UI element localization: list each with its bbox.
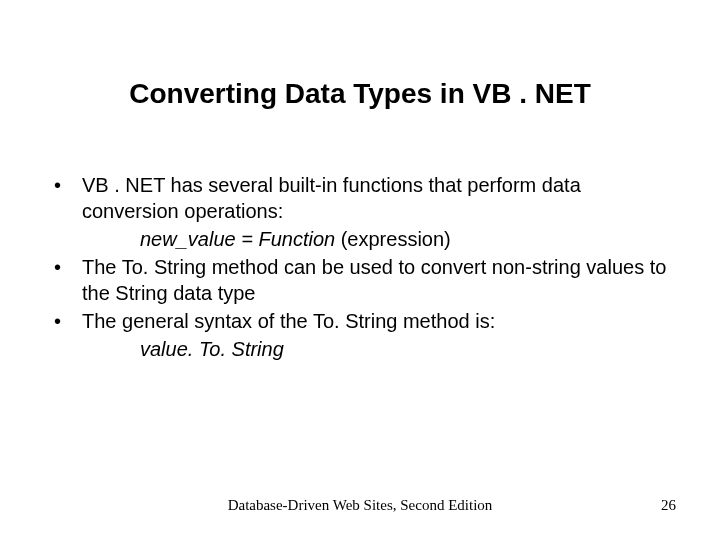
bullet-item: • VB . NET has several built-in function… [50,172,670,224]
slide-content: • VB . NET has several built-in function… [50,172,670,364]
bullet-subline: new_value = Function (expression) [140,226,670,252]
sub-italic-prefix: new_value = Function [140,228,341,250]
bullet-glyph: • [50,308,82,334]
sub-paren: (expression) [341,228,451,250]
sub-italic: value. To. String [140,338,284,360]
bullet-text: The general syntax of the To. String met… [82,308,670,334]
bullet-text: VB . NET has several built-in functions … [82,172,670,224]
slide-title: Converting Data Types in VB . NET [0,78,720,110]
bullet-item: • The To. String method can be used to c… [50,254,670,306]
bullet-glyph: • [50,254,82,306]
footer-text: Database-Driven Web Sites, Second Editio… [0,497,720,514]
slide: Converting Data Types in VB . NET • VB .… [0,0,720,540]
bullet-item: • The general syntax of the To. String m… [50,308,670,334]
page-number: 26 [661,497,676,514]
bullet-subline: value. To. String [140,336,670,362]
bullet-text: The To. String method can be used to con… [82,254,670,306]
bullet-glyph: • [50,172,82,224]
